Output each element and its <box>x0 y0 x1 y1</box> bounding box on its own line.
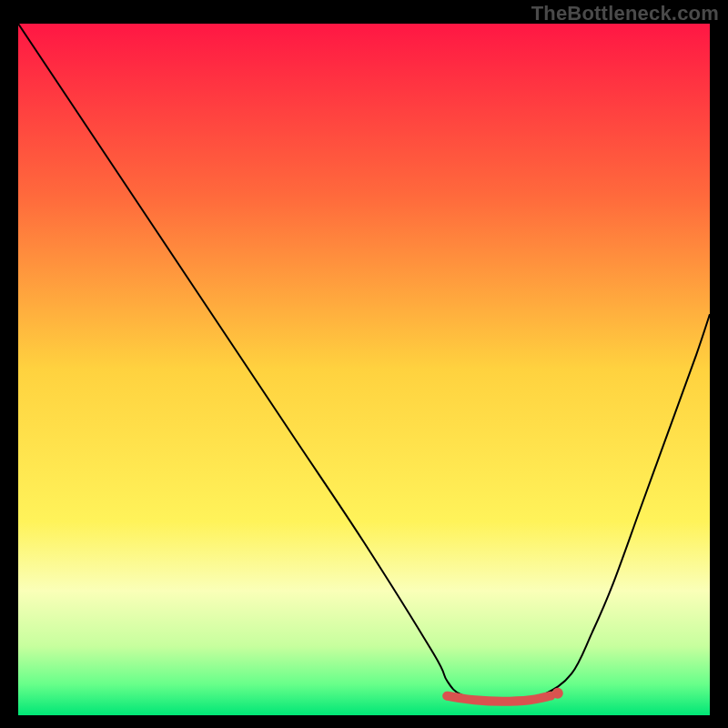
watermark-label: TheBottleneck.com <box>531 2 719 25</box>
chart-background <box>18 24 710 715</box>
chart-frame: TheBottleneck.com <box>0 0 728 728</box>
chart-svg <box>18 24 710 715</box>
optimal-range-marker-dot <box>552 688 563 699</box>
plot-area <box>18 24 710 715</box>
